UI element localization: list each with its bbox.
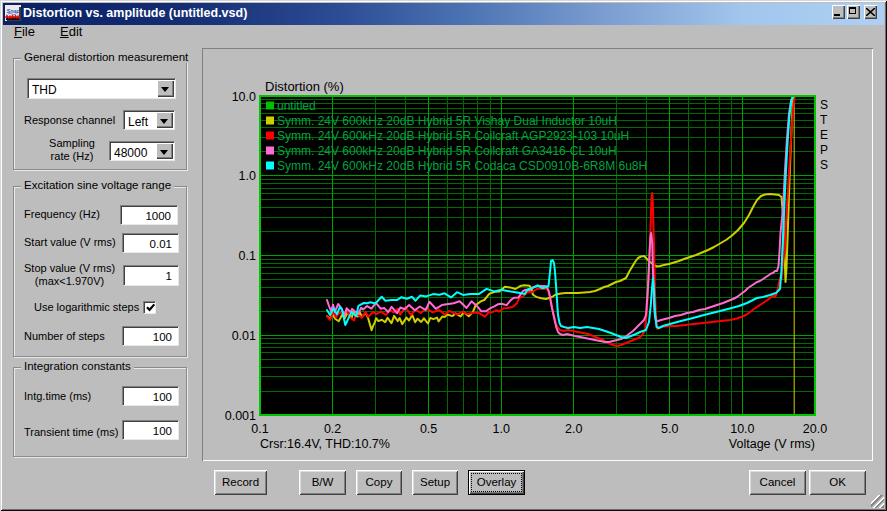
svg-text:Symm. 24V 600kHz 20dB Hybrid 5: Symm. 24V 600kHz 20dB Hybrid 5R Coilcraf…	[277, 129, 629, 143]
svg-text:5.0: 5.0	[661, 422, 678, 436]
svg-text:10.0: 10.0	[232, 90, 256, 104]
svg-text:Symm. 24V 600kHz 20dB Hybrid 5: Symm. 24V 600kHz 20dB Hybrid 5R Codaca C…	[277, 159, 647, 173]
svg-text:0.1: 0.1	[239, 249, 256, 263]
svg-text:T: T	[820, 113, 828, 127]
svg-text:Symm. 24V 600kHz 20dB Hybrid 5: Symm. 24V 600kHz 20dB Hybrid 5R Coilcraf…	[277, 144, 617, 158]
svg-text:0.2: 0.2	[324, 422, 341, 436]
svg-text:P: P	[820, 143, 828, 157]
svg-text:0.01: 0.01	[232, 329, 256, 343]
svg-text:S: S	[820, 98, 828, 112]
svg-text:20.0: 20.0	[803, 422, 827, 436]
svg-text:E: E	[820, 128, 828, 142]
svg-text:S: S	[820, 158, 828, 172]
svg-text:0.001: 0.001	[225, 409, 256, 423]
svg-text:2.0: 2.0	[565, 422, 582, 436]
svg-text:Symm. 24V 600kHz 20dB Hybrid 5: Symm. 24V 600kHz 20dB Hybrid 5R Vishay D…	[277, 114, 617, 128]
svg-text:0.5: 0.5	[420, 422, 437, 436]
svg-text:Snap: Snap	[7, 8, 21, 14]
svg-text:Crsr:16.4V, THD:10.7%: Crsr:16.4V, THD:10.7%	[260, 437, 390, 451]
svg-text:Voltage (V rms): Voltage (V rms)	[729, 437, 815, 451]
svg-text:0.1: 0.1	[251, 422, 268, 436]
svg-text:Distortion (%): Distortion (%)	[265, 79, 344, 94]
svg-text:1.0: 1.0	[239, 169, 256, 183]
svg-text:untitled: untitled	[277, 99, 316, 113]
svg-text:1.0: 1.0	[493, 422, 510, 436]
svg-text:10.0: 10.0	[730, 422, 754, 436]
